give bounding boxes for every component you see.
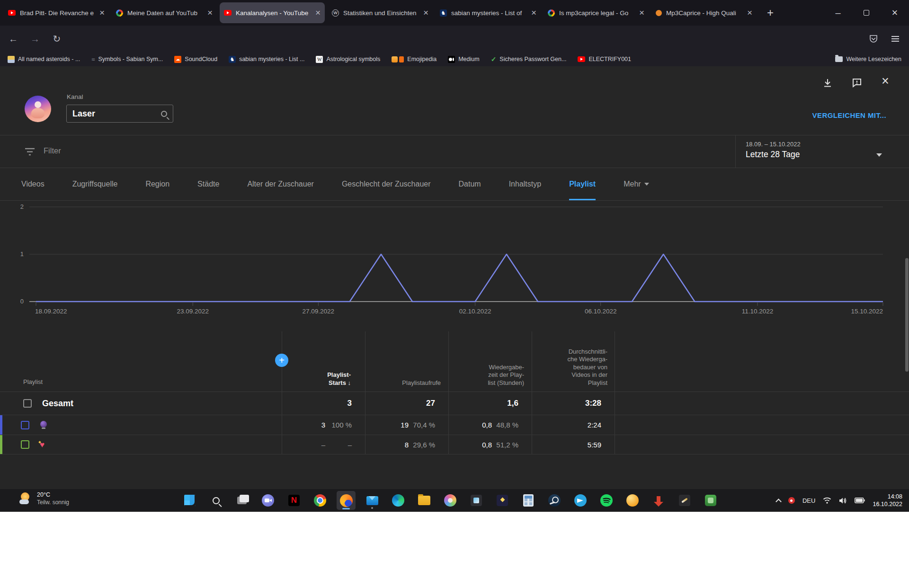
weather-widget[interactable]: 20°CTeilw. sonnig (19, 491, 69, 506)
tab-kanalanalysen-active[interactable]: Kanalanalysen - YouTube (220, 2, 325, 23)
tab-close-icon[interactable] (207, 8, 213, 18)
volume-icon[interactable] (839, 497, 847, 504)
tab-geschlecht[interactable]: Geschlecht der Zuschauer (342, 168, 431, 200)
taskbar-apps (180, 491, 720, 510)
chevron-down-icon[interactable] (876, 153, 882, 157)
tab-zugriffsquelle[interactable]: Zugriffsquelle (72, 168, 118, 200)
close-analytics-icon[interactable]: × (878, 74, 892, 88)
tab-close-icon[interactable] (423, 8, 428, 18)
checkbox-total[interactable] (23, 399, 32, 408)
green-app-icon[interactable] (701, 491, 720, 510)
download-manager-icon[interactable] (649, 491, 668, 510)
tab-sabian-mysteries[interactable]: sabian mysteries - List of (436, 2, 541, 23)
checkbox-playlist-2[interactable] (21, 440, 29, 449)
steam-icon[interactable] (545, 491, 564, 510)
bookmark-astrological[interactable]: Astrological symbols (316, 56, 380, 63)
tab-staedte[interactable]: Städte (197, 168, 219, 200)
minimize-button[interactable] (824, 0, 852, 26)
tab-datum[interactable]: Datum (459, 168, 481, 200)
tab-mp3caprice[interactable]: Mp3Caprice - High Quali (651, 2, 757, 23)
maximize-button[interactable] (852, 0, 881, 26)
mail-icon[interactable] (363, 491, 382, 510)
search-taskbar-icon[interactable] (206, 491, 225, 510)
tab-meine-daten[interactable]: Meine Daten auf YouTub (112, 2, 217, 23)
sort-descending-icon: ↓ (348, 379, 351, 386)
bookmark-emojipedia[interactable]: Emojipedia (392, 56, 437, 62)
tab-region[interactable]: Region (145, 168, 169, 200)
bookmark-soundcloud[interactable]: SoundCloud (174, 56, 217, 63)
total-wiedergabezeit: 1,6 (507, 399, 518, 408)
menu-icon[interactable] (889, 33, 901, 45)
add-metric-button[interactable]: + (275, 354, 288, 367)
tab-close-icon[interactable] (99, 8, 105, 18)
table-row-playlist-2[interactable]: –– 829,6 % 0,851,2 % 5:59 (0, 435, 909, 454)
bookmark-medium[interactable]: Medium (448, 56, 479, 63)
start-button[interactable] (180, 491, 199, 510)
tab-close-icon[interactable] (315, 8, 321, 18)
column-header-wiedergabezeit[interactable]: Wiedergabe- zeit der Play- list (Stunden… (448, 364, 524, 387)
forward-button[interactable] (27, 30, 44, 47)
tab-inhaltstyp[interactable]: Inhaltstyp (509, 168, 541, 200)
bookmark-sabian-symbols[interactable]: Symbols - Sabian Sym... (91, 56, 163, 63)
window-close-button[interactable] (881, 0, 909, 26)
more-bookmarks[interactable]: Weitere Lesezeichen (835, 56, 901, 62)
row-color-stripe (0, 415, 2, 435)
netflix-icon[interactable] (285, 491, 303, 510)
tab-mp3caprice-legal[interactable]: Is mp3caprice legal - Go (544, 2, 649, 23)
tab-alter[interactable]: Alter der Zuschauer (247, 168, 314, 200)
tab-close-icon[interactable] (531, 8, 536, 18)
back-button[interactable] (5, 30, 22, 47)
orange-ball-app-icon[interactable] (623, 491, 642, 510)
bookmark-passwort[interactable]: Sicheres Passwort Gen... (491, 55, 567, 63)
tab-statistiken[interactable]: Statistiken und Einsichten (328, 2, 433, 23)
feedback-icon[interactable] (850, 76, 864, 90)
wifi-icon[interactable] (823, 497, 831, 504)
telegram-icon[interactable] (571, 491, 590, 510)
chrome-icon[interactable] (311, 491, 330, 510)
tab-mehr[interactable]: Mehr (624, 168, 649, 200)
tab-close-icon[interactable] (639, 8, 644, 18)
search-icon[interactable] (161, 111, 167, 117)
table-row-playlist-1[interactable]: 3100 % 1970,4 % 0,848,8 % 2:24 (0, 415, 909, 435)
download-icon[interactable] (820, 76, 835, 90)
column-header-playlist-starts[interactable]: Playlist- Starts ↓ (282, 371, 351, 387)
file-explorer-icon[interactable] (415, 491, 434, 510)
task-view-icon[interactable] (232, 491, 251, 510)
reload-button[interactable] (48, 30, 65, 47)
spotify-icon[interactable] (597, 491, 616, 510)
tray-red-app-icon[interactable] (788, 497, 795, 504)
tray-chevron-up-icon[interactable] (775, 499, 782, 505)
bookmark-sabian-mysteries[interactable]: sabian mysteries - List ... (229, 56, 304, 63)
compare-with-button[interactable]: VERGLEICHEN MIT... (812, 111, 886, 119)
column-header-playlistaufrufe[interactable]: Playlistaufrufe (365, 379, 441, 387)
keyboard-language[interactable]: DEU (802, 497, 815, 504)
soundcloud-favicon (174, 56, 181, 63)
taskbar-clock[interactable]: 14:0816.10.2022 (873, 493, 902, 508)
tab-playlist-active[interactable]: Playlist (569, 168, 596, 200)
new-tab-button[interactable] (763, 6, 777, 19)
svg-text:06.10.2022: 06.10.2022 (585, 308, 617, 315)
bookmark-asteroids[interactable]: All named asteroids - ... (8, 56, 80, 63)
edge-icon[interactable] (389, 491, 408, 510)
channel-search-box[interactable]: Laser (66, 105, 173, 123)
svg-text:1: 1 (20, 250, 24, 258)
battery-icon[interactable] (855, 498, 865, 503)
svg-text:02.10.2022: 02.10.2022 (459, 308, 491, 315)
tab-brad-pitt[interactable]: Brad Pitt- Die Revanche e (4, 2, 109, 23)
paint-icon[interactable] (441, 491, 460, 510)
tab-close-icon[interactable] (747, 8, 752, 18)
calculator-icon[interactable] (519, 491, 538, 510)
sparkle-app-icon[interactable] (493, 491, 512, 510)
checkbox-playlist-1[interactable] (21, 421, 29, 429)
filter-input[interactable]: Filter (44, 146, 61, 155)
photos-icon[interactable] (467, 491, 486, 510)
column-header-playlist[interactable]: Playlist (23, 378, 43, 385)
pocket-icon[interactable] (867, 33, 880, 45)
tab-videos[interactable]: Videos (21, 168, 45, 200)
bookmark-electrify[interactable]: ELECTRIFY001 (578, 56, 631, 62)
column-header-wiedergabedauer[interactable]: Durchschnittli- che Wiederga- bedauer vo… (532, 348, 607, 387)
dark-tool-app-icon[interactable] (675, 491, 694, 510)
firefox-icon-active[interactable] (337, 491, 356, 510)
chat-icon[interactable] (258, 491, 277, 510)
svg-text:11.10.2022: 11.10.2022 (742, 308, 774, 315)
